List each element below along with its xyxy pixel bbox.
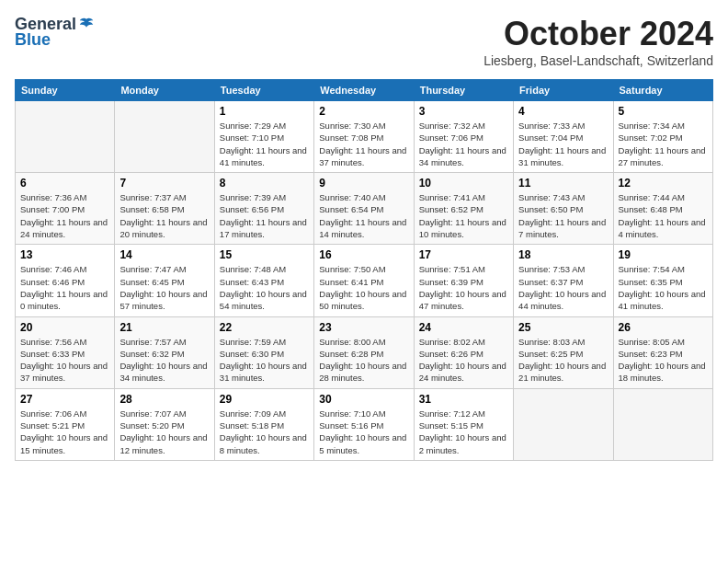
calendar-week-4: 20Sunrise: 7:56 AMSunset: 6:33 PMDayligh… <box>16 316 713 388</box>
day-number: 7 <box>119 177 209 190</box>
title-area: October 2024 Liesberg, Basel-Landschaft,… <box>483 15 713 68</box>
day-number: 5 <box>619 105 708 118</box>
calendar-cell: 12Sunrise: 7:44 AMSunset: 6:48 PMDayligh… <box>613 173 712 245</box>
calendar-cell: 18Sunrise: 7:53 AMSunset: 6:37 PMDayligh… <box>514 245 613 316</box>
calendar-week-1: 1Sunrise: 7:29 AMSunset: 7:10 PMDaylight… <box>16 101 713 173</box>
calendar-cell <box>16 101 115 173</box>
day-info: Sunrise: 7:09 AMSunset: 5:18 PMDaylight:… <box>220 408 309 456</box>
calendar-cell: 14Sunrise: 7:47 AMSunset: 6:45 PMDayligh… <box>115 245 214 316</box>
calendar-cell <box>613 388 712 460</box>
logo: General Blue <box>15 15 95 50</box>
day-number: 10 <box>419 177 508 190</box>
day-info: Sunrise: 7:33 AMSunset: 7:04 PMDaylight:… <box>518 120 608 168</box>
day-number: 9 <box>319 177 408 190</box>
logo-blue-text: Blue <box>15 30 51 50</box>
day-number: 8 <box>220 177 309 190</box>
calendar-cell: 15Sunrise: 7:48 AMSunset: 6:43 PMDayligh… <box>214 245 313 316</box>
day-info: Sunrise: 8:00 AMSunset: 6:28 PMDaylight:… <box>319 336 408 385</box>
day-number: 26 <box>619 321 708 334</box>
calendar-week-2: 6Sunrise: 7:36 AMSunset: 7:00 PMDaylight… <box>16 173 713 245</box>
calendar-header: SundayMondayTuesdayWednesdayThursdayFrid… <box>16 80 713 101</box>
day-number: 1 <box>220 105 309 118</box>
day-number: 22 <box>220 321 309 334</box>
calendar-week-3: 13Sunrise: 7:46 AMSunset: 6:46 PMDayligh… <box>16 245 713 316</box>
calendar-cell <box>514 388 613 460</box>
day-info: Sunrise: 7:51 AMSunset: 6:39 PMDaylight:… <box>419 263 508 312</box>
day-number: 21 <box>119 321 209 334</box>
day-info: Sunrise: 7:47 AMSunset: 6:45 PMDaylight:… <box>119 263 209 312</box>
day-info: Sunrise: 7:41 AMSunset: 6:52 PMDaylight:… <box>419 191 508 240</box>
calendar-cell: 8Sunrise: 7:39 AMSunset: 6:56 PMDaylight… <box>214 173 313 245</box>
day-number: 18 <box>518 248 608 261</box>
day-info: Sunrise: 8:05 AMSunset: 6:23 PMDaylight:… <box>619 336 708 385</box>
day-info: Sunrise: 7:53 AMSunset: 6:37 PMDaylight:… <box>518 263 608 312</box>
calendar-cell: 24Sunrise: 8:02 AMSunset: 6:26 PMDayligh… <box>414 316 513 388</box>
day-info: Sunrise: 7:30 AMSunset: 7:08 PMDaylight:… <box>319 120 408 168</box>
day-info: Sunrise: 7:07 AMSunset: 5:20 PMDaylight:… <box>119 408 209 456</box>
day-info: Sunrise: 7:50 AMSunset: 6:41 PMDaylight:… <box>319 263 408 312</box>
day-header-monday: Monday <box>115 80 214 101</box>
calendar-cell: 29Sunrise: 7:09 AMSunset: 5:18 PMDayligh… <box>214 388 313 460</box>
calendar-cell: 26Sunrise: 8:05 AMSunset: 6:23 PMDayligh… <box>613 316 712 388</box>
day-header-friday: Friday <box>514 80 613 101</box>
calendar-table: SundayMondayTuesdayWednesdayThursdayFrid… <box>15 79 713 461</box>
calendar-cell: 31Sunrise: 7:12 AMSunset: 5:15 PMDayligh… <box>414 388 513 460</box>
day-number: 31 <box>419 393 508 406</box>
calendar-cell: 2Sunrise: 7:30 AMSunset: 7:08 PMDaylight… <box>314 101 414 173</box>
calendar-cell: 30Sunrise: 7:10 AMSunset: 5:16 PMDayligh… <box>314 388 414 460</box>
calendar-cell: 20Sunrise: 7:56 AMSunset: 6:33 PMDayligh… <box>16 316 115 388</box>
calendar-cell: 25Sunrise: 8:03 AMSunset: 6:25 PMDayligh… <box>514 316 613 388</box>
calendar-cell: 1Sunrise: 7:29 AMSunset: 7:10 PMDaylight… <box>214 101 313 173</box>
calendar-cell: 16Sunrise: 7:50 AMSunset: 6:41 PMDayligh… <box>314 245 414 316</box>
day-number: 28 <box>119 393 209 406</box>
day-info: Sunrise: 7:32 AMSunset: 7:06 PMDaylight:… <box>419 120 508 168</box>
calendar-cell: 28Sunrise: 7:07 AMSunset: 5:20 PMDayligh… <box>115 388 214 460</box>
day-number: 14 <box>119 248 209 261</box>
day-number: 11 <box>518 177 608 190</box>
day-info: Sunrise: 7:40 AMSunset: 6:54 PMDaylight:… <box>319 191 408 240</box>
calendar-cell: 23Sunrise: 8:00 AMSunset: 6:28 PMDayligh… <box>314 316 414 388</box>
day-info: Sunrise: 7:44 AMSunset: 6:48 PMDaylight:… <box>619 191 708 240</box>
calendar-cell: 3Sunrise: 7:32 AMSunset: 7:06 PMDaylight… <box>414 101 513 173</box>
day-header-wednesday: Wednesday <box>314 80 414 101</box>
calendar-cell: 6Sunrise: 7:36 AMSunset: 7:00 PMDaylight… <box>16 173 115 245</box>
calendar-cell: 22Sunrise: 7:59 AMSunset: 6:30 PMDayligh… <box>214 316 313 388</box>
day-number: 16 <box>319 248 408 261</box>
day-info: Sunrise: 7:46 AMSunset: 6:46 PMDaylight:… <box>20 263 109 312</box>
day-info: Sunrise: 7:12 AMSunset: 5:15 PMDaylight:… <box>419 408 508 456</box>
month-title: October 2024 <box>483 15 713 53</box>
day-info: Sunrise: 7:34 AMSunset: 7:02 PMDaylight:… <box>619 120 708 168</box>
day-info: Sunrise: 7:48 AMSunset: 6:43 PMDaylight:… <box>220 263 309 312</box>
day-info: Sunrise: 7:36 AMSunset: 7:00 PMDaylight:… <box>20 191 109 240</box>
calendar-cell: 4Sunrise: 7:33 AMSunset: 7:04 PMDaylight… <box>514 101 613 173</box>
day-info: Sunrise: 8:03 AMSunset: 6:25 PMDaylight:… <box>518 336 608 385</box>
calendar-cell: 21Sunrise: 7:57 AMSunset: 6:32 PMDayligh… <box>115 316 214 388</box>
day-number: 13 <box>20 248 109 261</box>
day-number: 25 <box>518 321 608 334</box>
calendar-cell: 27Sunrise: 7:06 AMSunset: 5:21 PMDayligh… <box>16 388 115 460</box>
logo-bird-icon <box>78 17 95 33</box>
day-info: Sunrise: 7:56 AMSunset: 6:33 PMDaylight:… <box>20 336 109 385</box>
calendar-body: 1Sunrise: 7:29 AMSunset: 7:10 PMDaylight… <box>16 101 713 461</box>
day-number: 12 <box>619 177 708 190</box>
day-info: Sunrise: 7:39 AMSunset: 6:56 PMDaylight:… <box>220 191 309 240</box>
day-header-tuesday: Tuesday <box>214 80 313 101</box>
day-header-sunday: Sunday <box>16 80 115 101</box>
day-number: 23 <box>319 321 408 334</box>
calendar-cell: 11Sunrise: 7:43 AMSunset: 6:50 PMDayligh… <box>514 173 613 245</box>
calendar-cell: 9Sunrise: 7:40 AMSunset: 6:54 PMDaylight… <box>314 173 414 245</box>
day-info: Sunrise: 7:54 AMSunset: 6:35 PMDaylight:… <box>619 263 708 312</box>
day-info: Sunrise: 7:10 AMSunset: 5:16 PMDaylight:… <box>319 408 408 456</box>
day-number: 15 <box>220 248 309 261</box>
day-number: 3 <box>419 105 508 118</box>
day-number: 4 <box>518 105 608 118</box>
day-info: Sunrise: 8:02 AMSunset: 6:26 PMDaylight:… <box>419 336 508 385</box>
day-info: Sunrise: 7:37 AMSunset: 6:58 PMDaylight:… <box>119 191 209 240</box>
calendar-cell <box>115 101 214 173</box>
day-number: 29 <box>220 393 309 406</box>
day-number: 19 <box>619 248 708 261</box>
calendar-week-5: 27Sunrise: 7:06 AMSunset: 5:21 PMDayligh… <box>16 388 713 460</box>
day-number: 27 <box>20 393 109 406</box>
day-info: Sunrise: 7:57 AMSunset: 6:32 PMDaylight:… <box>119 336 209 385</box>
day-number: 20 <box>20 321 109 334</box>
